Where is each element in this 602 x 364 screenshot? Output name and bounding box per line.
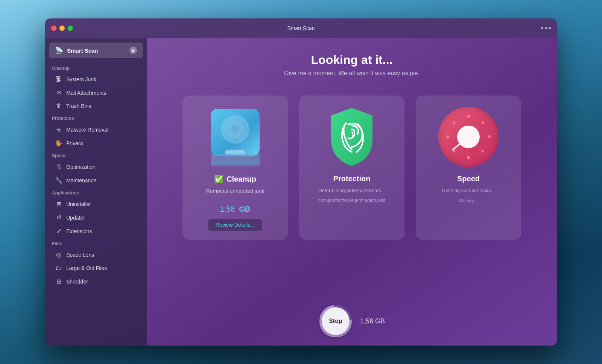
optimization-label: Optimization: [66, 164, 96, 170]
cards-row: ✅ Cleanup Removes unneeded junk 1,56 GB …: [182, 96, 521, 240]
stop-button[interactable]: Stop: [322, 307, 350, 335]
title-bar: Smart Scan: [45, 18, 557, 38]
sidebar-item-updater[interactable]: ↺ Updater: [48, 211, 144, 224]
sidebar-item-trash-bins[interactable]: 🗑 Trash Bins: [48, 100, 144, 112]
trash-bins-label: Trash Bins: [66, 103, 91, 109]
shredder-icon: ⊞: [55, 278, 62, 285]
sidebar-item-shredder[interactable]: ⊞ Shredder: [48, 275, 144, 288]
hdd-svg: [207, 107, 263, 167]
trash-icon: 🗑: [55, 103, 62, 109]
close-button[interactable]: [51, 26, 56, 31]
mail-attachments-label: Mail Attachments: [66, 90, 106, 96]
dot-icon: [541, 27, 543, 29]
sidebar-item-extensions[interactable]: ⤢ Extensions: [48, 224, 144, 238]
section-label-speed: Speed: [45, 150, 147, 160]
speed-waiting-text: Waiting...: [458, 198, 479, 203]
protection-title-row: Protection: [333, 174, 371, 183]
protection-scanning-text: Determining potential threats...: [318, 188, 385, 193]
sidebar-item-maintenance[interactable]: 🔧 Maintenance: [48, 174, 144, 187]
cleanup-size-unit: GB: [239, 205, 250, 213]
smart-scan-icon: 📡: [55, 46, 63, 55]
dot-icon: [545, 27, 547, 29]
stop-size-label: 1,56 GB: [360, 317, 385, 325]
large-old-files-label: Large & Old Files: [66, 265, 107, 271]
updater-icon: ↺: [55, 214, 62, 221]
main-title: Looking at it...: [311, 53, 393, 67]
maximize-button[interactable]: [68, 26, 73, 31]
mail-icon: ✉: [55, 89, 62, 96]
sidebar-item-space-lens[interactable]: ◎ Space Lens: [48, 248, 144, 261]
sidebar-item-large-old-files[interactable]: 🗂 Large & Old Files: [48, 262, 144, 275]
card-speed: Speed Defining suitable tasks... Waiting…: [416, 96, 521, 240]
traffic-lights: [51, 26, 73, 31]
protection-illustration: [322, 107, 382, 167]
speed-illustration: [438, 107, 499, 167]
sidebar-item-mail-attachments[interactable]: ✉ Mail Attachments: [48, 86, 144, 99]
sidebar-item-uninstaller[interactable]: ⊠ Uninstaller: [48, 197, 144, 211]
svg-point-12: [482, 121, 484, 124]
large-files-icon: 🗂: [55, 265, 62, 271]
maintenance-icon: 🔧: [55, 177, 62, 184]
cleanup-size-value: 1,56: [220, 205, 235, 213]
cleanup-title: Cleanup: [227, 175, 256, 184]
more-options-button[interactable]: [541, 27, 551, 29]
system-junk-icon: 🗜: [55, 76, 62, 83]
speedometer: [438, 107, 499, 167]
sidebar-item-smart-scan[interactable]: 📡 Smart Scan ⏺: [49, 42, 143, 58]
shield-fingerprint-svg: [324, 105, 380, 169]
badge-icon: ⏺: [131, 49, 135, 53]
system-junk-label: System Junk: [66, 76, 96, 82]
smart-scan-badge: ⏺: [129, 47, 137, 54]
maintenance-label: Maintenance: [66, 177, 96, 184]
cleanup-check-icon: ✅: [214, 174, 223, 184]
cleanup-size: 1,56 GB: [220, 199, 251, 214]
sidebar-item-system-junk[interactable]: 🗜 System Junk: [48, 73, 144, 86]
svg-point-11: [453, 121, 456, 124]
updater-label: Updater: [66, 215, 85, 221]
svg-point-3: [231, 125, 239, 133]
extensions-label: Extensions: [66, 228, 92, 234]
extensions-icon: ⤢: [55, 228, 62, 235]
main-subtitle: Give me a moment. We all wish it was eas…: [284, 70, 420, 77]
svg-rect-6: [211, 162, 260, 166]
minimize-button[interactable]: [59, 26, 65, 31]
card-cleanup: ✅ Cleanup Removes unneeded junk 1,56 GB …: [182, 96, 288, 240]
svg-point-8: [467, 156, 470, 159]
cleanup-subtitle: Removes unneeded junk: [206, 188, 265, 194]
cleanup-illustration: [205, 107, 265, 167]
sidebar-item-optimization[interactable]: ⇅ Optimization: [48, 160, 144, 173]
space-lens-icon: ◎: [55, 251, 62, 258]
speed-title: Speed: [457, 174, 480, 183]
privacy-label: Privacy: [66, 140, 84, 146]
section-label-cleanup: Cleanup: [45, 63, 147, 73]
card-protection: Protection Determining potential threats…: [299, 96, 404, 240]
privacy-icon: 🖐: [55, 140, 62, 147]
section-label-protection: Protection: [45, 113, 147, 123]
desktop-background: Smart Scan 📡 Smart Scan ⏺ Cleanup: [0, 0, 602, 364]
sidebar-item-privacy[interactable]: 🖐 Privacy: [48, 136, 144, 150]
section-label-files: Files: [45, 238, 147, 248]
app-window: Smart Scan 📡 Smart Scan ⏺ Cleanup: [45, 18, 557, 346]
svg-point-7: [467, 115, 470, 118]
dot-icon: [549, 27, 551, 29]
optimization-icon: ⇅: [55, 163, 62, 170]
sidebar-item-malware-removal[interactable]: ☣ Malware Removal: [48, 123, 144, 136]
speed-center-circle: [457, 126, 480, 148]
protection-title: Protection: [333, 174, 371, 183]
svg-point-9: [446, 135, 449, 138]
shredder-label: Shredder: [66, 279, 88, 285]
svg-point-14: [482, 150, 484, 153]
sidebar: 📡 Smart Scan ⏺ Cleanup 🗜 System Junk ✉ M…: [45, 38, 147, 346]
svg-point-10: [488, 135, 491, 138]
smart-scan-label: Smart Scan: [67, 47, 126, 54]
stop-button-container: Stop: [319, 304, 353, 338]
section-label-applications: Applications: [45, 187, 147, 197]
review-details-button[interactable]: Review Details...: [208, 219, 262, 231]
speed-title-row: Speed: [457, 174, 480, 183]
uninstaller-label: Uninstaller: [66, 201, 91, 207]
window-title: Smart Scan: [287, 25, 315, 31]
app-body: 📡 Smart Scan ⏺ Cleanup 🗜 System Junk ✉ M…: [45, 38, 557, 346]
protection-file-text: com.jamfsoftware.jamf.agent.plist: [318, 198, 385, 203]
malware-icon: ☣: [55, 126, 62, 133]
bottom-action-area: Stop 1,56 GB: [319, 304, 385, 338]
